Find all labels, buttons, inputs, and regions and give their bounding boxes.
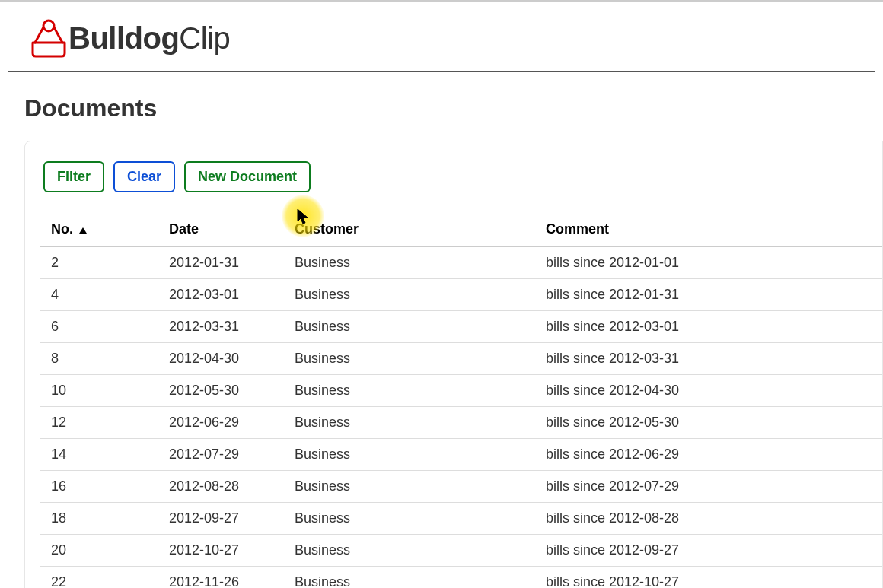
cell-comment: bills since 2012-07-29 xyxy=(535,470,882,502)
cell-no: 6 xyxy=(40,310,158,342)
table-header-row: No. Date Customer Comment xyxy=(40,214,882,246)
logo-text-bold: Bulldog xyxy=(69,21,179,55)
table-row[interactable]: 182012-09-27Businessbills since 2012-08-… xyxy=(40,502,882,534)
cell-customer: Business xyxy=(284,374,535,406)
cell-date: 2012-03-01 xyxy=(158,278,284,310)
cell-no: 22 xyxy=(40,566,158,588)
column-header-no[interactable]: No. xyxy=(40,214,158,246)
svg-point-0 xyxy=(43,21,54,31)
logo-text-light: Clip xyxy=(179,21,230,55)
cell-comment: bills since 2012-10-27 xyxy=(535,566,882,588)
bulldog-clip-icon xyxy=(30,18,67,58)
cell-comment: bills since 2012-01-31 xyxy=(535,278,882,310)
table-row[interactable]: 42012-03-01Businessbills since 2012-01-3… xyxy=(40,278,882,310)
cell-no: 4 xyxy=(40,278,158,310)
cell-no: 14 xyxy=(40,438,158,470)
filter-button[interactable]: Filter xyxy=(43,161,104,192)
cell-date: 2012-08-28 xyxy=(158,470,284,502)
cell-date: 2012-06-29 xyxy=(158,406,284,438)
table-row[interactable]: 162012-08-28Businessbills since 2012-07-… xyxy=(40,470,882,502)
column-header-comment[interactable]: Comment xyxy=(535,214,882,246)
cell-date: 2012-04-30 xyxy=(158,342,284,374)
app-logo: BulldogClip xyxy=(0,2,883,63)
table-row[interactable]: 82012-04-30Businessbills since 2012-03-3… xyxy=(40,342,882,374)
cell-customer: Business xyxy=(284,534,535,566)
cell-no: 8 xyxy=(40,342,158,374)
cell-customer: Business xyxy=(284,470,535,502)
table-body: 22012-01-31Businessbills since 2012-01-0… xyxy=(40,246,882,588)
cell-no: 16 xyxy=(40,470,158,502)
cell-comment: bills since 2012-03-31 xyxy=(535,342,882,374)
page-title: Documents xyxy=(24,94,883,122)
cell-customer: Business xyxy=(284,406,535,438)
documents-panel: Filter Clear New Document No. Date Custo… xyxy=(24,141,883,588)
cell-comment: bills since 2012-06-29 xyxy=(535,438,882,470)
cell-comment: bills since 2012-01-01 xyxy=(535,246,882,279)
action-button-row: Filter Clear New Document xyxy=(40,161,882,192)
sort-ascending-icon xyxy=(78,222,88,238)
cell-date: 2012-05-30 xyxy=(158,374,284,406)
cell-no: 10 xyxy=(40,374,158,406)
cell-date: 2012-09-27 xyxy=(158,502,284,534)
cell-no: 20 xyxy=(40,534,158,566)
cell-comment: bills since 2012-08-28 xyxy=(535,502,882,534)
cell-customer: Business xyxy=(284,246,535,279)
cell-no: 12 xyxy=(40,406,158,438)
cell-customer: Business xyxy=(284,310,535,342)
table-row[interactable]: 62012-03-31Businessbills since 2012-03-0… xyxy=(40,310,882,342)
logo-text: BulldogClip xyxy=(69,21,230,56)
table-row[interactable]: 142012-07-29Businessbills since 2012-06-… xyxy=(40,438,882,470)
cell-date: 2012-01-31 xyxy=(158,246,284,279)
new-document-button[interactable]: New Document xyxy=(184,161,311,192)
table-row[interactable]: 222012-11-26Businessbills since 2012-10-… xyxy=(40,566,882,588)
table-row[interactable]: 122012-06-29Businessbills since 2012-05-… xyxy=(40,406,882,438)
cell-customer: Business xyxy=(284,438,535,470)
cell-comment: bills since 2012-05-30 xyxy=(535,406,882,438)
cell-comment: bills since 2012-04-30 xyxy=(535,374,882,406)
cell-customer: Business xyxy=(284,342,535,374)
cell-date: 2012-07-29 xyxy=(158,438,284,470)
cell-comment: bills since 2012-09-27 xyxy=(535,534,882,566)
cell-date: 2012-10-27 xyxy=(158,534,284,566)
cell-customer: Business xyxy=(284,566,535,588)
cell-date: 2012-03-31 xyxy=(158,310,284,342)
column-header-date[interactable]: Date xyxy=(158,214,284,246)
table-row[interactable]: 202012-10-27Businessbills since 2012-09-… xyxy=(40,534,882,566)
table-row[interactable]: 22012-01-31Businessbills since 2012-01-0… xyxy=(40,246,882,279)
cell-no: 18 xyxy=(40,502,158,534)
cell-comment: bills since 2012-03-01 xyxy=(535,310,882,342)
table-row[interactable]: 102012-05-30Businessbills since 2012-04-… xyxy=(40,374,882,406)
header-divider xyxy=(8,71,875,72)
clear-button[interactable]: Clear xyxy=(113,161,175,192)
documents-table: No. Date Customer Comment 22012-01-31Bus… xyxy=(40,214,882,588)
cell-no: 2 xyxy=(40,246,158,279)
cell-customer: Business xyxy=(284,502,535,534)
cell-customer: Business xyxy=(284,278,535,310)
column-header-no-label: No. xyxy=(51,221,73,237)
cell-date: 2012-11-26 xyxy=(158,566,284,588)
column-header-customer[interactable]: Customer xyxy=(284,214,535,246)
